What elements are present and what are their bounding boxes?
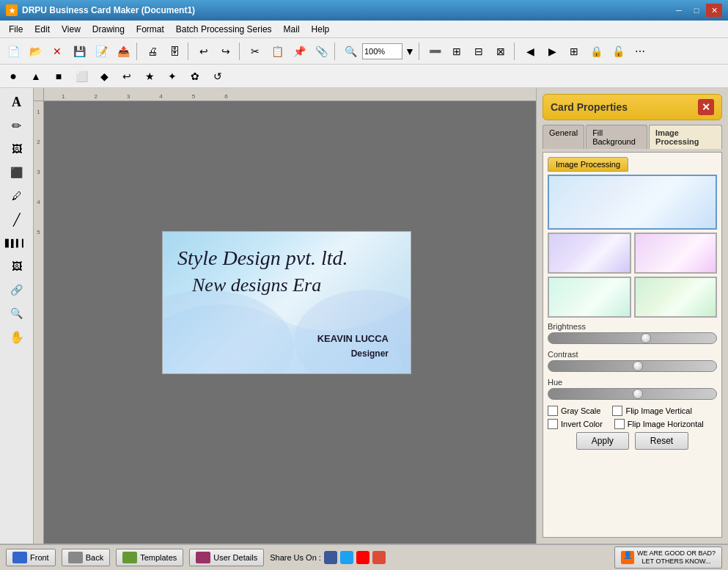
arrow-tool[interactable]: ↩ — [117, 66, 137, 87]
contrast-slider[interactable] — [548, 360, 717, 372]
facebook-icon[interactable] — [324, 551, 337, 564]
save-as-button[interactable]: 📝 — [91, 41, 111, 62]
zoom-fit-button[interactable]: ⊟ — [468, 41, 489, 62]
grid-button[interactable]: ⊞ — [564, 41, 584, 62]
canvas-area[interactable]: 1 2 3 4 5 6 1 2 3 4 5 — [34, 88, 536, 544]
apply-button[interactable]: Apply — [576, 432, 629, 450]
zoom-width-button[interactable]: ⊠ — [490, 41, 511, 62]
spiral-tool[interactable]: ↺ — [207, 66, 228, 87]
invert-color-checkbox[interactable]: Invert Color — [548, 419, 603, 429]
grayscale-label: Gray Scale — [561, 406, 600, 415]
minimize-button[interactable]: ─ — [671, 4, 687, 17]
menu-help[interactable]: Help — [306, 23, 336, 36]
zoom-in-icon[interactable]: 🔍 — [340, 41, 361, 62]
circle-tool[interactable]: ● — [3, 66, 23, 87]
star8-tool[interactable]: ✿ — [185, 66, 205, 87]
flip-vertical-checkbox[interactable]: Flip Image Vertical — [612, 406, 691, 416]
back-button[interactable]: Back — [62, 549, 110, 566]
menu-format[interactable]: Format — [130, 23, 170, 36]
paste-button[interactable]: 📌 — [289, 41, 309, 62]
copy-button[interactable]: 📋 — [267, 41, 287, 62]
youtube-icon[interactable] — [356, 551, 369, 564]
menu-mail[interactable]: Mail — [278, 23, 306, 36]
zoom-tool[interactable]: 🔍 — [6, 302, 28, 324]
close-button[interactable]: ✕ — [706, 4, 722, 17]
toolbar-separator-3 — [239, 43, 242, 60]
tab-general[interactable]: General — [543, 125, 584, 149]
twitter-icon[interactable] — [340, 551, 353, 564]
hue-slider[interactable] — [548, 388, 717, 400]
more-button[interactable]: ⋯ — [630, 41, 650, 62]
next-button[interactable]: ▶ — [542, 41, 562, 62]
select-tool[interactable]: ⬛ — [6, 161, 28, 183]
prev-button[interactable]: ◀ — [520, 41, 540, 62]
business-card[interactable]: Style Design pvt. ltd. New designs Era K… — [162, 231, 411, 374]
image-processing-subtab[interactable]: Image Processing — [548, 157, 628, 172]
new-button[interactable]: 📄 — [3, 41, 23, 62]
menu-edit[interactable]: Edit — [29, 23, 56, 36]
barcode-tool[interactable]: ▋▌▍▎ — [6, 232, 28, 254]
menu-drawing[interactable]: Drawing — [87, 23, 130, 36]
image-thumb-3[interactable] — [634, 233, 718, 274]
print-button[interactable]: 🖨 — [142, 41, 163, 62]
card-properties-close[interactable]: ✕ — [698, 99, 714, 115]
star-tool[interactable]: ★ — [139, 66, 160, 87]
image-thumb-main[interactable] — [548, 175, 717, 230]
triangle-tool[interactable]: ▲ — [26, 66, 46, 87]
invert-color-box[interactable] — [548, 419, 558, 429]
cut-button[interactable]: ✂ — [245, 41, 265, 62]
grayscale-box[interactable] — [548, 406, 558, 416]
lock-button[interactable]: 🔒 — [586, 41, 606, 62]
user-details-button[interactable]: User Details — [189, 549, 264, 566]
db-button[interactable]: 🗄 — [164, 41, 185, 62]
reset-button[interactable]: Reset — [635, 432, 688, 450]
clipboard-tool[interactable]: 🖼 — [6, 138, 28, 160]
menu-view[interactable]: View — [56, 23, 87, 36]
draw-tool[interactable]: ✏ — [6, 114, 28, 136]
flip-horizontal-box[interactable] — [614, 419, 625, 429]
tab-image-processing[interactable]: Image Processing — [649, 125, 722, 149]
zoom-actual-button[interactable]: ⊞ — [446, 41, 467, 62]
rect-tool[interactable]: ■ — [48, 66, 69, 87]
text-tool[interactable]: A — [6, 91, 28, 113]
pen-tool[interactable]: 🖊 — [6, 185, 28, 207]
star4-tool[interactable]: ✦ — [162, 66, 183, 87]
image-thumb-4[interactable] — [548, 277, 631, 318]
paste-special-button[interactable]: 📎 — [311, 41, 331, 62]
zoom-input[interactable] — [362, 43, 402, 59]
contrast-thumb[interactable] — [633, 361, 643, 371]
diamond-tool[interactable]: ◆ — [94, 66, 114, 87]
redo-button[interactable]: ↪ — [216, 41, 236, 62]
line-tool[interactable]: ╱ — [6, 208, 28, 230]
open-button[interactable]: 📂 — [25, 41, 45, 62]
image-thumb-5[interactable] — [634, 277, 718, 318]
brightness-thumb[interactable] — [641, 333, 651, 343]
save-button[interactable]: 💾 — [69, 41, 89, 62]
hand-tool[interactable]: ✋ — [6, 326, 28, 348]
flip-vertical-box[interactable] — [612, 406, 622, 416]
zoom-dropdown-button[interactable]: ▼ — [404, 41, 416, 62]
image-thumb-2[interactable] — [548, 233, 631, 274]
brightness-slider[interactable] — [548, 332, 717, 344]
menu-file[interactable]: File — [3, 23, 29, 36]
ruler-corner — [34, 88, 44, 101]
tab-fill-background[interactable]: Fill Background — [586, 125, 647, 149]
menu-batch[interactable]: Batch Processing Series — [170, 23, 278, 36]
unlock-button[interactable]: 🔓 — [608, 41, 628, 62]
googleplus-icon[interactable] — [372, 551, 386, 564]
image-tool[interactable]: 🖼 — [6, 255, 28, 277]
close-doc-button[interactable]: ✕ — [47, 41, 67, 62]
hue-thumb[interactable] — [633, 389, 643, 399]
front-button[interactable]: Front — [6, 549, 56, 566]
brightness-section: Brightness — [548, 322, 717, 344]
maximize-button[interactable]: □ — [688, 4, 705, 17]
export-button[interactable]: 📤 — [113, 41, 133, 62]
grayscale-checkbox[interactable]: Gray Scale — [548, 406, 600, 416]
undo-button[interactable]: ↩ — [194, 41, 214, 62]
templates-button[interactable]: Templates — [116, 549, 183, 566]
feedback-button[interactable]: 👤 WE ARE GOOD OR BAD?LET OTHERS KNOW... — [614, 547, 722, 569]
flip-horizontal-checkbox[interactable]: Flip Image Horizontal — [614, 419, 704, 429]
rounded-rect-tool[interactable]: ⬜ — [71, 66, 92, 87]
link-tool[interactable]: 🔗 — [6, 279, 28, 301]
zoom-minus-button[interactable]: ➖ — [424, 41, 445, 62]
